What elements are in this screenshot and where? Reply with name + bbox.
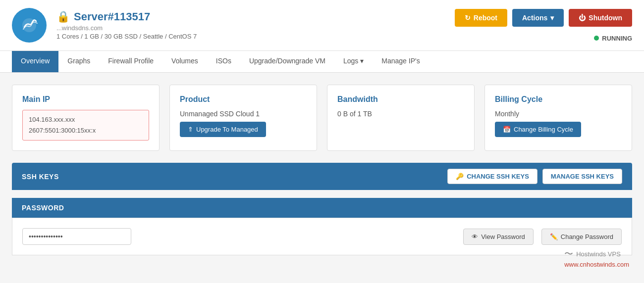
ipv6-address: 2607:5501:3000:15xx:x (29, 125, 143, 136)
view-password-button[interactable]: 👁 View Password (463, 229, 534, 245)
eye-icon: 👁 (472, 233, 478, 240)
upgrade-to-managed-button[interactable]: ⇑ Upgrade To Managed (180, 122, 266, 137)
ip-box: 104.163.xxx.xxx 2607:5501:3000:15xx:x (22, 110, 149, 141)
pencil-icon: ✏️ (550, 233, 558, 240)
calendar-icon: 📅 (503, 126, 511, 133)
password-field[interactable] (22, 228, 131, 245)
main-ip-title: Main IP (22, 95, 149, 104)
password-section: PASSWORD 👁 View Password ✏️ Change Passw… (12, 198, 632, 255)
product-title: Product (180, 95, 307, 104)
page-header: 🔒 Server#113517 ...windsdns.com 1 Cores … (0, 0, 644, 51)
lock-icon: 🔒 (56, 10, 70, 23)
product-name: Unmanaged SSD Cloud 1 (180, 110, 307, 118)
shutdown-button[interactable]: ⏻ Shutdown (569, 9, 632, 27)
nav-tabs: Overview Graphs Firewall Profile Volumes… (0, 51, 644, 73)
billing-cycle-card: Billing Cycle Monthly 📅 Change Billing C… (484, 85, 632, 151)
bandwidth-title: Bandwidth (337, 95, 464, 104)
billing-cycle-value: Monthly (495, 110, 622, 118)
server-title: 🔒 Server#113517 (56, 10, 455, 23)
bandwidth-card: Bandwidth 0 B of 1 TB (327, 85, 475, 151)
upgrade-icon: ⇑ (188, 126, 193, 133)
tab-graphs[interactable]: Graphs (58, 51, 99, 72)
main-content: Main IP 104.163.xxx.xxx 2607:5501:3000:1… (0, 73, 644, 267)
tab-overview[interactable]: Overview (12, 51, 58, 72)
key-icon: 🔑 (456, 173, 464, 180)
info-cards: Main IP 104.163.xxx.xxx 2607:5501:3000:1… (12, 85, 632, 151)
ssh-keys-title: SSH KEYS (22, 173, 59, 181)
server-subtitle: ...windsdns.com (56, 24, 455, 32)
power-icon: ⏻ (579, 14, 586, 22)
tab-firewall-profile[interactable]: Firewall Profile (99, 51, 162, 72)
tab-logs[interactable]: Logs ▾ (334, 51, 373, 72)
password-bar: PASSWORD (12, 198, 632, 218)
logo (12, 8, 47, 43)
reboot-button[interactable]: ↻ Reboot (455, 9, 507, 27)
reboot-icon: ↻ (465, 14, 471, 22)
password-content: 👁 View Password ✏️ Change Password (12, 218, 632, 255)
status-dot (594, 36, 599, 41)
change-billing-cycle-button[interactable]: 📅 Change Billing Cycle (495, 122, 581, 137)
server-info: 🔒 Server#113517 ...windsdns.com 1 Cores … (56, 10, 455, 40)
manage-ssh-keys-button[interactable]: MANAGE SSH KEYS (542, 169, 622, 184)
actions-button[interactable]: Actions ▾ (512, 9, 564, 27)
change-ssh-keys-button[interactable]: 🔑 CHANGE SSH KEYS (447, 169, 537, 184)
tab-isos[interactable]: ISOs (207, 51, 240, 72)
ssh-keys-bar: SSH KEYS 🔑 CHANGE SSH KEYS MANAGE SSH KE… (12, 163, 632, 190)
password-title: PASSWORD (22, 204, 64, 212)
billing-title: Billing Cycle (495, 95, 622, 104)
tab-manage-ips[interactable]: Manage IP's (373, 51, 429, 72)
tab-upgrade-downgrade[interactable]: Upgrade/Downgrade VM (240, 51, 334, 72)
tab-volumes[interactable]: Volumes (162, 51, 207, 72)
main-ip-card: Main IP 104.163.xxx.xxx 2607:5501:3000:1… (12, 85, 160, 151)
product-card: Product Unmanaged SSD Cloud 1 ⇑ Upgrade … (169, 85, 317, 151)
server-specs: 1 Cores / 1 GB / 30 GB SSD / Seattle / C… (56, 33, 455, 40)
bandwidth-usage: 0 B of 1 TB (337, 110, 464, 118)
ssh-keys-section: SSH KEYS 🔑 CHANGE SSH KEYS MANAGE SSH KE… (12, 163, 632, 190)
ipv4-address: 104.163.xxx.xxx (29, 114, 143, 125)
change-password-button[interactable]: ✏️ Change Password (541, 229, 622, 245)
header-actions: ↻ Reboot Actions ▾ ⏻ Shutdown RUNNING (455, 9, 632, 42)
chevron-down-icon: ▾ (550, 14, 554, 22)
server-status: RUNNING (594, 35, 632, 42)
